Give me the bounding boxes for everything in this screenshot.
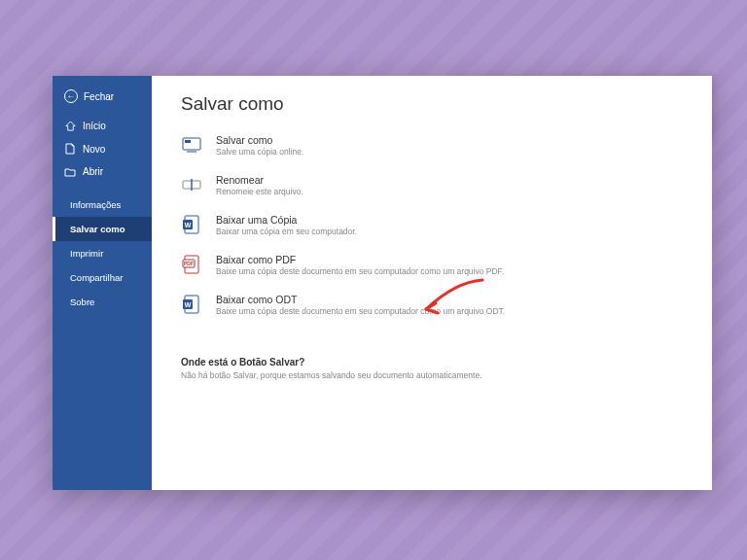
option-desc: Baixe uma cópia deste documento em seu c… [216, 266, 504, 276]
back-arrow-icon: ← [64, 89, 78, 103]
svg-rect-1 [185, 140, 191, 143]
svg-rect-0 [183, 138, 200, 150]
odt-doc-icon: W [181, 294, 202, 315]
option-title: Salvar como [216, 134, 303, 146]
page-title: Salvar como [181, 93, 687, 115]
option-title: Baixar uma Cópia [216, 214, 357, 226]
backstage-window: ← Fechar Início Novo Abrir Informações S… [53, 76, 712, 490]
svg-text:W: W [185, 222, 192, 228]
save-cloud-icon [181, 134, 202, 156]
sidebar-item-compartilhar[interactable]: Compartilhar [53, 265, 152, 290]
option-salvar-como[interactable]: Salvar como Salve uma cópia online. [181, 128, 687, 168]
option-baixar-copia[interactable]: W Baixar uma Cópia Baixar uma cópia em s… [181, 208, 687, 248]
backstage-main: Salvar como Salvar como Salve uma cópia … [152, 76, 712, 490]
sidebar-item-salvar-como[interactable]: Salvar como [53, 217, 152, 241]
svg-text:PDF: PDF [184, 261, 194, 266]
word-doc-icon: W [181, 214, 202, 235]
option-title: Baixar como PDF [216, 254, 504, 265]
save-footer: Onde está o Botão Salvar? Não há botão S… [181, 357, 687, 380]
sidebar-item-label: Novo [83, 144, 105, 155]
footer-question: Onde está o Botão Salvar? [181, 357, 687, 368]
new-doc-icon [64, 143, 76, 155]
sidebar-item-inicio[interactable]: Início [53, 115, 152, 137]
sidebar-item-informacoes[interactable]: Informações [53, 192, 152, 217]
pdf-doc-icon: PDF [181, 254, 202, 275]
backstage-sidebar: ← Fechar Início Novo Abrir Informações S… [53, 76, 152, 490]
open-folder-icon [64, 167, 76, 177]
option-renomear[interactable]: Renomear Renomeie este arquivo. [181, 168, 687, 208]
sidebar-item-label: Abrir [83, 166, 103, 177]
option-desc: Renomeie este arquivo. [216, 187, 303, 196]
rename-icon [181, 174, 202, 195]
option-desc: Baixar uma cópia em seu computador. [216, 227, 357, 236]
home-icon [64, 121, 76, 131]
option-desc: Salve uma cópia online. [216, 147, 303, 157]
sidebar-item-novo[interactable]: Novo [53, 137, 152, 160]
sidebar-item-imprimir[interactable]: Imprimir [53, 241, 152, 265]
sidebar-item-label: Início [83, 121, 106, 131]
svg-text:W: W [185, 301, 192, 308]
back-button[interactable]: ← Fechar [53, 84, 152, 115]
footer-answer: Não há botão Salvar, porque estamos salv… [181, 370, 687, 380]
sidebar-item-sobre[interactable]: Sobre [53, 290, 152, 314]
back-label: Fechar [84, 91, 114, 102]
option-title: Baixar como ODT [216, 294, 505, 305]
option-desc: Baixe uma cópia deste documento em seu c… [216, 306, 505, 316]
sidebar-item-abrir[interactable]: Abrir [53, 160, 152, 183]
option-baixar-odt[interactable]: W Baixar como ODT Baixe uma cópia deste … [181, 288, 687, 328]
option-title: Renomear [216, 174, 303, 186]
option-baixar-pdf[interactable]: PDF Baixar como PDF Baixe uma cópia dest… [181, 248, 687, 288]
